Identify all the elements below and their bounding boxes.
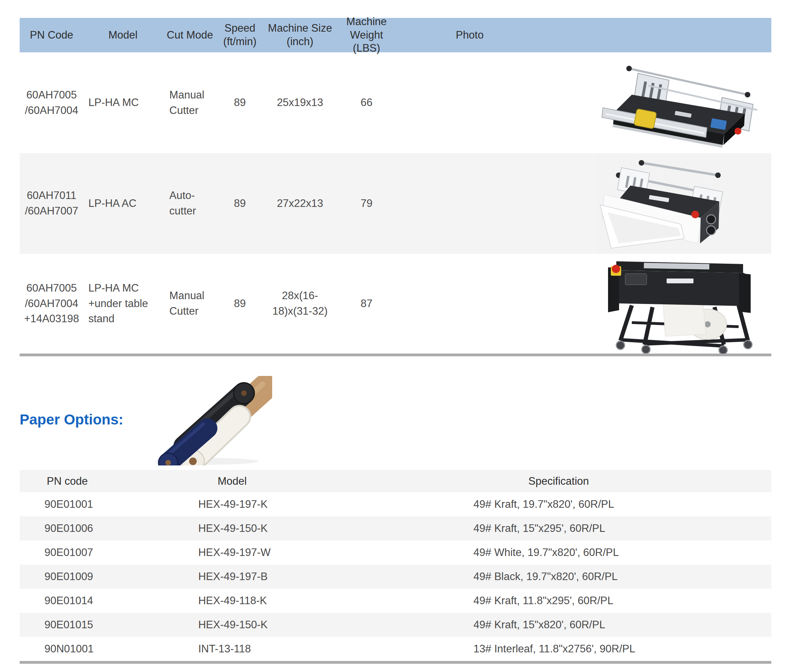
pn-value: 90E01015 (20, 619, 170, 631)
pn-code-value: 60AH7011 /60AH7007 (20, 188, 83, 219)
spec-value: 49# Kraft, 15"x820', 60R/PL (380, 619, 771, 631)
paper-rolls-photo (152, 376, 272, 466)
header-cut-mode: Cut Mode (163, 29, 217, 42)
model-value: HEX-49-150-K (170, 522, 380, 534)
paper-options-heading: Paper Options: (20, 411, 123, 428)
paper-row: 90E01001 HEX-49-197-K 49# Kraft, 19.7"x8… (20, 492, 771, 517)
paper-options-section: Paper Options: (20, 356, 771, 470)
model-value: HEX-49-118-K (170, 595, 380, 607)
pn-value: 90E01007 (20, 546, 170, 559)
spec-value: 49# Black, 19.7"x820', 60R/PL (380, 570, 771, 583)
paper-row: 90E01006 HEX-49-150-K 49# Kraft, 15"x295… (20, 517, 771, 541)
paper-row: 90N01001 INT-13-118 13# Interleaf, 11.8"… (20, 637, 771, 661)
machine-photo-lp-ha-mc (597, 56, 771, 150)
size-value: 28x(16-18)x(31-32) (263, 288, 338, 319)
machine-row: 60AH7005 /60AH7004 LP-HA MC Manual Cutte… (20, 52, 771, 153)
speed-value: 89 (217, 95, 263, 110)
spec-value: 13# Interleaf, 11.8"x2756', 90R/PL (380, 643, 771, 655)
size-value: 25x19x13 (263, 95, 338, 110)
weight-value: 87 (338, 296, 396, 312)
table-bottom-divider (20, 661, 771, 664)
size-value: 27x22x13 (263, 196, 338, 211)
model-value: INT-13-118 (170, 643, 380, 655)
paper-table-header: PN code Model Specification (20, 470, 771, 492)
model-value: HEX-49-197-W (170, 546, 380, 559)
spec-value: 49# Kraft, 11.8"x295', 60R/PL (380, 595, 771, 607)
table-bottom-divider (20, 354, 771, 356)
header-model: Model (170, 475, 380, 488)
header-photo: Photo (396, 29, 771, 42)
spec-value: 49# Kraft, 15"x295', 60R/PL (380, 522, 771, 534)
header-pn-code: PN code (20, 475, 170, 488)
pn-value: 90N01001 (20, 643, 170, 655)
model-value: LP-HA MC (83, 95, 162, 110)
pn-value: 90E01009 (20, 570, 170, 583)
spec-value: 49# White, 19.7"x820', 60R/PL (380, 546, 771, 559)
pn-value: 90E01001 (20, 498, 170, 510)
machine-row: 60AH7005 /60AH7004 +14A03198 LP-HA MC +u… (20, 254, 771, 354)
weight-value: 66 (338, 95, 396, 110)
paper-row: 90E01015 HEX-49-150-K 49# Kraft, 15"x820… (20, 613, 771, 637)
header-pn-code: PN Code (20, 29, 83, 42)
spec-sheet-page: PN Code Model Cut Mode Speed (ft/min) Ma… (0, 0, 792, 672)
speed-value: 89 (217, 296, 263, 312)
weight-value: 79 (338, 196, 396, 211)
model-value: HEX-49-150-K (170, 619, 380, 631)
header-machine-size: Machine Size (inch) (263, 22, 338, 48)
model-value: LP-HA AC (83, 196, 162, 211)
model-value: HEX-49-197-B (170, 570, 380, 583)
pn-value: 90E01014 (20, 595, 170, 607)
machine-photo-cell (396, 56, 771, 150)
cut-mode-value: Auto-cutter (163, 188, 217, 219)
spec-value: 49# Kraft, 19.7"x820', 60R/PL (380, 498, 771, 510)
paper-table: PN code Model Specification 90E01001 HEX… (20, 470, 771, 664)
pn-code-value: 60AH7005 /60AH7004 +14A03198 (20, 281, 83, 327)
paper-row: 90E01009 HEX-49-197-B 49# Black, 19.7"x8… (20, 565, 771, 589)
pn-code-value: 60AH7005 /60AH7004 (20, 88, 83, 118)
header-speed: Speed (ft/min) (217, 22, 263, 48)
header-machine-weight: Machine Weight (LBS) (338, 15, 396, 55)
cut-mode-value: Manual Cutter (163, 88, 217, 118)
model-value: HEX-49-197-K (170, 498, 380, 510)
header-model: Model (83, 29, 162, 42)
paper-row: 90E01014 HEX-49-118-K 49# Kraft, 11.8"x2… (20, 589, 771, 613)
model-value: LP-HA MC +under table stand (83, 281, 162, 327)
header-specification: Specification (380, 475, 771, 488)
pn-value: 90E01006 (20, 522, 170, 534)
machine-table-header: PN Code Model Cut Mode Speed (ft/min) Ma… (20, 18, 771, 52)
machine-photo-lp-ha-mc-stand (599, 254, 771, 354)
paper-row: 90E01007 HEX-49-197-W 49# White, 19.7"x8… (20, 541, 771, 565)
machine-photo-cell (396, 153, 771, 254)
machine-photo-cell (396, 254, 771, 354)
speed-value: 89 (217, 196, 263, 211)
cut-mode-value: Manual Cutter (163, 288, 217, 319)
machine-photo-lp-ha-ac (597, 153, 771, 254)
machine-row: 60AH7011 /60AH7007 LP-HA AC Auto-cutter … (20, 153, 771, 254)
machine-table: PN Code Model Cut Mode Speed (ft/min) Ma… (20, 18, 771, 356)
